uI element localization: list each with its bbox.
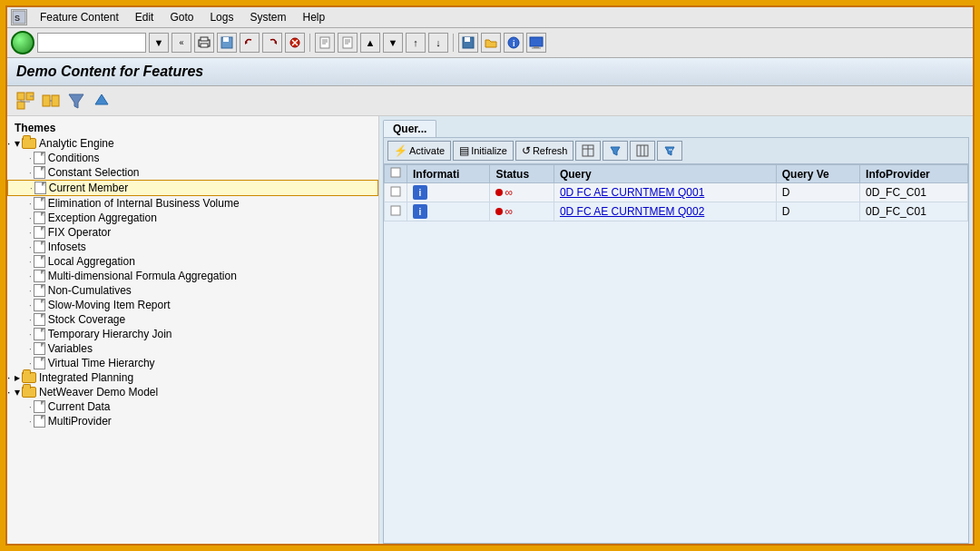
themes-header: Themes (7, 120, 378, 136)
tree-label: Current Member (49, 182, 128, 194)
tree-item-fix-operator[interactable]: · FIX Operator (7, 225, 378, 240)
initialize-button[interactable]: ▤ Initialize (453, 141, 514, 161)
tree-item-elimination[interactable]: · Elimination of Internal Business Volum… (7, 196, 378, 211)
menu-help[interactable]: Help (300, 10, 327, 25)
expand-icon: ▾ (15, 386, 20, 398)
tree-item-netweaver-demo[interactable]: · ▾ NetWeaver Demo Model (7, 385, 378, 399)
tree-item-current-data[interactable]: · Current Data (7, 399, 378, 414)
up2-btn[interactable]: ↑ (406, 33, 426, 53)
save-btn[interactable] (217, 33, 237, 53)
refresh-button[interactable]: ↺ Refresh (515, 141, 574, 161)
tree-collapse-btn[interactable] (40, 90, 62, 112)
row-info-provider: 0D_FC_C01 (860, 202, 968, 221)
row-info[interactable]: i (407, 202, 490, 221)
row-query[interactable]: 0D FC AE CURNTMEM Q001 (554, 183, 776, 202)
down2-btn[interactable]: ↓ (428, 33, 448, 53)
tree-item-local-aggregation[interactable]: · Local Aggregation (7, 254, 378, 269)
row-query-version: D (776, 202, 859, 221)
page-btn1[interactable] (315, 33, 335, 53)
tree-item-non-cumulatives[interactable]: · Non-Cumulatives (7, 283, 378, 298)
query-link[interactable]: 0D FC AE CURNTMEM Q002 (560, 205, 704, 218)
tree-item-temp-hierarchy-join[interactable]: · Temporary Hierarchy Join (7, 327, 378, 341)
up-arrow-btn[interactable] (91, 90, 113, 112)
page-btn2[interactable] (338, 33, 358, 53)
doc-icon (34, 328, 45, 340)
tree-item-infosets[interactable]: · Infosets (7, 240, 378, 254)
menu-goto[interactable]: Goto (168, 10, 195, 25)
query-tab[interactable]: Quer... (383, 120, 436, 137)
tree-label: Infosets (48, 241, 86, 253)
folder-btn[interactable] (481, 33, 501, 53)
tree-item-multiprovider[interactable]: · MultiProvider (7, 414, 378, 428)
svg-rect-4 (201, 44, 208, 47)
query-tab-bar: Quer... (379, 116, 973, 137)
tree-expand-btn[interactable] (15, 90, 36, 112)
tree-item-current-member[interactable]: · Current Member (7, 180, 378, 196)
activate-button[interactable]: ⚡ Activate (387, 141, 451, 161)
svg-marker-37 (69, 94, 83, 108)
down-btn[interactable]: ▼ (383, 33, 403, 53)
columns-btn[interactable] (630, 141, 655, 161)
row-query[interactable]: 0D FC AE CURNTMEM Q002 (554, 202, 776, 221)
main-content: Themes · ▾ Analytic Engine · Conditions … (7, 116, 973, 544)
tree-item-virtual-time-hierarchy[interactable]: · Virtual Time Hierarchy (7, 356, 378, 370)
query-link[interactable]: 0D FC AE CURNTMEM Q001 (560, 186, 704, 199)
svg-rect-28 (17, 93, 24, 100)
tree-item-constant-selection[interactable]: · Constant Selection (7, 165, 378, 180)
redo-btn[interactable] (262, 33, 282, 53)
filter-btn[interactable] (603, 141, 628, 161)
info-btn[interactable]: i (504, 33, 524, 53)
print-btn[interactable] (194, 33, 214, 53)
tree-panel: Themes · ▾ Analytic Engine · Conditions … (7, 116, 379, 544)
row-checkbox[interactable] (385, 183, 407, 202)
undo-btn[interactable] (240, 33, 260, 53)
row-info-provider: 0D_FC_C01 (860, 183, 968, 202)
table-btn1[interactable] (575, 141, 601, 161)
tree-label: Slow-Moving Item Report (48, 299, 171, 311)
infinity-icon: ∞ (505, 186, 513, 199)
activate-icon: ⚡ (394, 144, 407, 157)
divider-2 (453, 34, 454, 52)
row-info[interactable]: i (407, 183, 490, 202)
doc-icon (34, 284, 45, 297)
menu-feature-content[interactable]: Feature Content (38, 10, 121, 25)
col-status: Status (490, 165, 554, 183)
doc-icon (34, 270, 45, 282)
back-btn[interactable]: « (172, 33, 191, 53)
tree-item-variables[interactable]: · Variables (7, 341, 378, 356)
expand-icon: ▸ (15, 371, 20, 384)
menu-logs[interactable]: Logs (208, 10, 235, 25)
doc-icon (34, 299, 45, 311)
stop-btn[interactable] (285, 33, 305, 53)
green-check-button[interactable] (11, 31, 34, 54)
initialize-icon: ▤ (459, 144, 469, 157)
save2-btn[interactable] (458, 33, 478, 53)
info-icon: i (413, 185, 427, 200)
tree-item-slow-moving[interactable]: · Slow-Moving Item Report (7, 298, 378, 312)
menu-system[interactable]: System (248, 10, 288, 25)
svg-rect-13 (320, 37, 329, 48)
tree-label: Temporary Hierarchy Join (48, 328, 172, 340)
dropdown-arrow[interactable]: ▼ (149, 33, 169, 53)
tree-label: Local Aggregation (48, 255, 135, 268)
monitor-btn[interactable] (526, 33, 546, 53)
svg-rect-49 (391, 187, 400, 196)
tree-item-multidim-formula[interactable]: · Multi-dimensional Formula Aggregation (7, 269, 378, 283)
tree-item-exception-aggregation[interactable]: · Exception Aggregation (7, 211, 378, 225)
transaction-input[interactable] (37, 33, 146, 53)
doc-icon (34, 342, 45, 355)
svg-rect-17 (343, 37, 352, 48)
sort-btn[interactable] (657, 141, 682, 161)
menu-edit[interactable]: Edit (133, 10, 156, 25)
up-btn[interactable]: ▲ (360, 33, 380, 53)
col-checkbox (385, 165, 407, 183)
tree-label: Multi-dimensional Formula Aggregation (48, 270, 237, 282)
tree-item-stock-coverage[interactable]: · Stock Coverage (7, 312, 378, 327)
tree-item-conditions[interactable]: · Conditions (7, 151, 378, 165)
row-checkbox[interactable] (385, 202, 407, 221)
query-table: Informati Status Query Query Ve InfoProv… (384, 164, 968, 543)
tree-item-analytic-engine[interactable]: · ▾ Analytic Engine (7, 136, 378, 151)
tree-item-integrated-planning[interactable]: · ▸ Integrated Planning (7, 370, 378, 385)
filter-btn[interactable] (65, 90, 87, 112)
folder-icon (22, 387, 36, 398)
